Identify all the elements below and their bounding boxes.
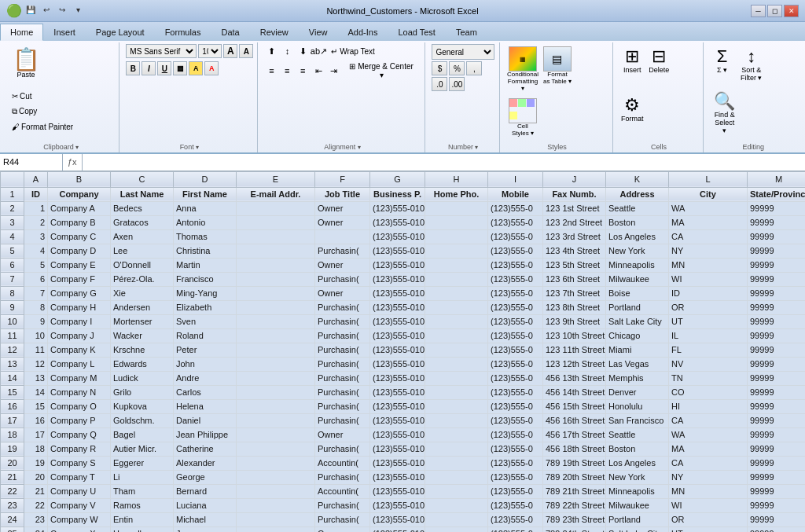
cell-6-2[interactable]: Pérez-Ola.	[111, 272, 174, 286]
cell-19-2[interactable]: Eggerer	[111, 456, 174, 470]
col-header-F[interactable]: F	[315, 171, 370, 187]
cell-8-12[interactable]: 99999	[748, 300, 806, 314]
cell-13-8[interactable]: (123)555-0	[488, 371, 543, 385]
cell-0-0[interactable]: ID	[24, 187, 48, 201]
row-header-12[interactable]: 12	[1, 343, 24, 357]
cell-23-2[interactable]: Entin	[111, 512, 174, 526]
underline-button[interactable]: U	[157, 61, 171, 75]
row-header-6[interactable]: 6	[1, 258, 24, 272]
cell-20-2[interactable]: Li	[111, 470, 174, 484]
cell-23-10[interactable]: Portland	[606, 512, 669, 526]
cell-21-2[interactable]: Tham	[111, 484, 174, 498]
cell-20-6[interactable]: (123)555-0100	[370, 470, 425, 484]
find-select-button[interactable]: 🔍 Find &Select ▾	[710, 89, 740, 138]
format-as-table-button[interactable]: ▤ Formatas Table ▾	[541, 44, 574, 88]
cell-5-2[interactable]: O'Donnell	[111, 258, 174, 272]
cell-3-4[interactable]	[237, 229, 315, 244]
cell-19-0[interactable]: 19	[24, 456, 48, 470]
quick-redo-button[interactable]: ↪	[55, 3, 69, 16]
row-header-10[interactable]: 10	[1, 314, 24, 328]
cell-6-9[interactable]: 123 6th Street	[543, 272, 606, 286]
cell-3-8[interactable]: (123)555-0	[488, 229, 543, 244]
cell-18-6[interactable]: (123)555-0100	[370, 442, 425, 456]
cell-22-3[interactable]: Luciana	[174, 498, 237, 512]
cell-15-12[interactable]: 99999	[748, 399, 806, 413]
align-middle-button[interactable]: ↕	[280, 44, 294, 58]
cell-4-0[interactable]: 4	[24, 244, 48, 258]
cell-15-11[interactable]: HI	[669, 399, 748, 413]
cell-23-5[interactable]: Purchasin(	[315, 512, 370, 526]
cell-22-12[interactable]: 99999	[748, 498, 806, 512]
cell-0-4[interactable]: E-mail Addr.	[237, 187, 315, 201]
cell-23-12[interactable]: 99999	[748, 512, 806, 526]
col-header-D[interactable]: D	[174, 171, 237, 187]
cell-24-1[interactable]: Company X	[48, 526, 111, 532]
cell-styles-button[interactable]: CellStyles ▾	[506, 96, 539, 140]
cell-5-8[interactable]: (123)555-0	[488, 258, 543, 272]
cell-6-4[interactable]	[237, 272, 315, 286]
cell-7-3[interactable]: Ming-Yang	[174, 286, 237, 300]
cell-12-8[interactable]: (123)555-0	[488, 357, 543, 371]
cell-19-6[interactable]: (123)555-0100	[370, 456, 425, 470]
cell-2-1[interactable]: Company B	[48, 215, 111, 229]
cell-20-7[interactable]	[425, 470, 488, 484]
increase-font-button[interactable]: A	[223, 44, 237, 58]
col-header-A[interactable]: A	[24, 171, 48, 187]
cell-2-0[interactable]: 2	[24, 215, 48, 229]
row-header-2[interactable]: 2	[1, 201, 24, 215]
cell-12-3[interactable]: John	[174, 357, 237, 371]
cell-1-8[interactable]: (123)555-0	[488, 201, 543, 215]
cell-17-6[interactable]: (123)555-0100	[370, 427, 425, 442]
cell-20-9[interactable]: 789 20th Street	[543, 470, 606, 484]
cell-12-11[interactable]: NV	[669, 357, 748, 371]
cell-15-4[interactable]	[237, 399, 315, 413]
row-header-19[interactable]: 19	[1, 442, 24, 456]
row-header-8[interactable]: 8	[1, 286, 24, 300]
cell-8-5[interactable]: Purchasin(	[315, 300, 370, 314]
cell-20-5[interactable]: Purchasin(	[315, 470, 370, 484]
italic-button[interactable]: I	[142, 61, 156, 75]
cell-23-3[interactable]: Michael	[174, 512, 237, 526]
cell-0-10[interactable]: Address	[606, 187, 669, 201]
cell-0-6[interactable]: Business P.	[370, 187, 425, 201]
cell-13-11[interactable]: TN	[669, 371, 748, 385]
col-header-C[interactable]: C	[111, 171, 174, 187]
cell-17-4[interactable]	[237, 427, 315, 442]
cell-13-10[interactable]: Memphis	[606, 371, 669, 385]
cell-1-7[interactable]	[425, 201, 488, 215]
cell-12-1[interactable]: Company L	[48, 357, 111, 371]
cell-6-3[interactable]: Francisco	[174, 272, 237, 286]
cell-17-1[interactable]: Company Q	[48, 427, 111, 442]
cell-11-0[interactable]: 11	[24, 343, 48, 357]
ribbon-tab-view[interactable]: View	[299, 24, 338, 41]
cell-24-12[interactable]: 99999	[748, 526, 806, 532]
cell-2-6[interactable]: (123)555-0100	[370, 215, 425, 229]
insert-cells-button[interactable]: ⊞ Insert	[619, 44, 645, 77]
cell-4-10[interactable]: New York	[606, 244, 669, 258]
cell-18-12[interactable]: 99999	[748, 442, 806, 456]
cell-3-9[interactable]: 123 3rd Street	[543, 229, 606, 244]
cell-19-1[interactable]: Company S	[48, 456, 111, 470]
cell-12-12[interactable]: 99999	[748, 357, 806, 371]
cell-19-5[interactable]: Accountin(	[315, 456, 370, 470]
cell-15-8[interactable]: (123)555-0	[488, 399, 543, 413]
align-left-button[interactable]: ≡	[264, 64, 278, 78]
cell-18-0[interactable]: 18	[24, 442, 48, 456]
row-header-11[interactable]: 11	[1, 328, 24, 343]
font-name-select[interactable]: MS Sans Serif	[126, 44, 197, 58]
cell-16-10[interactable]: San Francisco	[606, 413, 669, 427]
cell-3-11[interactable]: CA	[669, 229, 748, 244]
row-header-1[interactable]: 1	[1, 187, 24, 201]
cell-8-3[interactable]: Elizabeth	[174, 300, 237, 314]
cell-23-7[interactable]	[425, 512, 488, 526]
cell-16-12[interactable]: 99999	[748, 413, 806, 427]
cell-0-1[interactable]: Company	[48, 187, 111, 201]
cell-15-7[interactable]	[425, 399, 488, 413]
col-header-J[interactable]: J	[543, 171, 606, 187]
cell-24-2[interactable]: Hasselber.	[111, 526, 174, 532]
ribbon-tab-page-layout[interactable]: Page Layout	[86, 24, 155, 41]
cell-15-1[interactable]: Company O	[48, 399, 111, 413]
row-header-9[interactable]: 9	[1, 300, 24, 314]
angle-text-button[interactable]: ab↗	[311, 44, 325, 58]
cell-16-4[interactable]	[237, 413, 315, 427]
